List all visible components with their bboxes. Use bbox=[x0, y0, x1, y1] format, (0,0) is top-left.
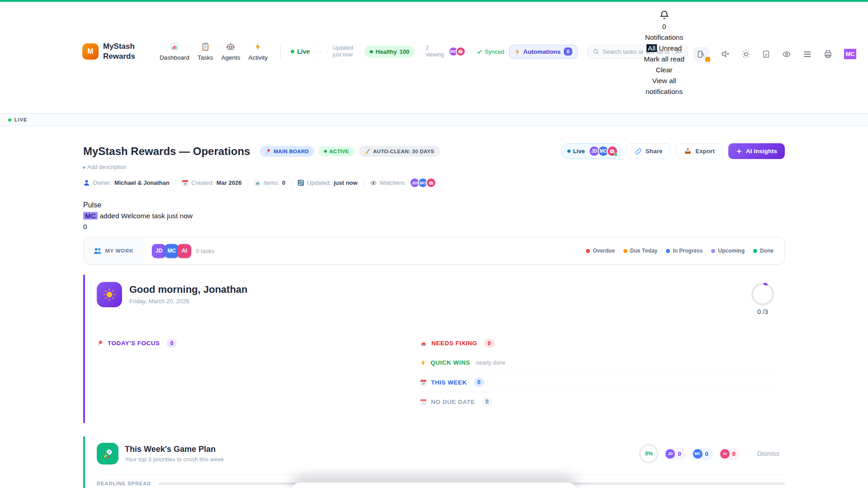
bell-icon[interactable] bbox=[660, 10, 669, 20]
game-plan-card: This Week's Game Plan Your top 3 priorit… bbox=[83, 436, 785, 488]
robot-avatar[interactable] bbox=[456, 47, 466, 56]
theme-button[interactable] bbox=[741, 50, 750, 59]
actor-chip: MC bbox=[83, 212, 98, 220]
needs-fixing-section[interactable]: NEEDS FIXING 0 bbox=[420, 333, 778, 353]
mute-button[interactable] bbox=[721, 49, 730, 59]
assignee-pill[interactable]: AI 0 bbox=[718, 448, 740, 460]
robot-avatar[interactable] bbox=[426, 178, 436, 188]
viewing-count: 2 viewing bbox=[426, 45, 444, 58]
clipboard-icon bbox=[202, 42, 209, 53]
greeting-date: Friday, March 20, 2026 bbox=[129, 298, 248, 305]
count-badge: 0 bbox=[484, 339, 495, 348]
my-work-task-count: 0 tasks bbox=[196, 248, 214, 254]
main-nav: Dashboard Tasks Agents Activity bbox=[160, 42, 268, 61]
count-badge: 0 bbox=[474, 378, 484, 387]
avatar[interactable]: JD bbox=[152, 244, 166, 258]
watchers-meta: Watchers: JD MC bbox=[370, 178, 436, 188]
todays-focus-section[interactable]: TODAY'S FOCUS 0 bbox=[97, 333, 420, 353]
docs-button[interactable] bbox=[762, 50, 770, 59]
nav-item-tasks[interactable]: Tasks bbox=[198, 42, 213, 61]
board-main: MyStash Rewards — Operations MAIN BOARD … bbox=[83, 143, 785, 488]
clear-button[interactable]: Clear bbox=[636, 65, 693, 75]
this-week-section[interactable]: 17 THIS WEEK 0 bbox=[420, 372, 778, 392]
live-status: Live bbox=[291, 48, 310, 55]
filter-all[interactable]: All bbox=[646, 44, 657, 52]
no-due-date-section[interactable]: 17 NO DUE DATE 0 bbox=[420, 392, 778, 411]
deadline-label: DEADLINE SPREAD bbox=[97, 481, 151, 486]
time-placeholder: - - : - - bbox=[314, 45, 322, 58]
notifications-count: 0 bbox=[636, 21, 693, 32]
my-work-label: MY WORK bbox=[84, 237, 144, 264]
mark-all-read-button[interactable]: Mark all read bbox=[636, 54, 693, 65]
items-meta: Items: 0 bbox=[254, 179, 286, 186]
board-meta: Owner: Michael & Jonathan 17 Created: Ma… bbox=[83, 178, 785, 188]
legend-in-progress: In Progress bbox=[666, 248, 703, 254]
dismiss-button[interactable]: Dismiss bbox=[757, 450, 779, 457]
watcher-avatars: JD MC bbox=[410, 178, 436, 188]
count-badge: 0 bbox=[482, 397, 492, 406]
pushpin-icon bbox=[97, 340, 104, 347]
export-button[interactable]: Export bbox=[676, 143, 723, 159]
quick-wins-section[interactable]: QUICK WINS nearly done bbox=[420, 353, 778, 372]
main-board-badge: MAIN BOARD bbox=[260, 146, 314, 157]
avatar[interactable]: MC bbox=[165, 244, 179, 258]
link-icon bbox=[635, 148, 642, 155]
view-all-notifications-link[interactable]: View all notifications bbox=[636, 75, 693, 97]
nav-item-dashboard[interactable]: Dashboard bbox=[160, 42, 189, 61]
assignee-pill[interactable]: MC 0 bbox=[691, 448, 713, 460]
sun-icon bbox=[97, 282, 122, 307]
eye-icon bbox=[370, 180, 377, 186]
live-bar: LIVE bbox=[0, 113, 868, 126]
updated-status: Updated just now bbox=[333, 45, 353, 58]
pushpin-icon bbox=[265, 148, 271, 155]
owner-meta: Owner: Michael & Jonathan bbox=[83, 179, 170, 186]
watch-button[interactable] bbox=[782, 50, 792, 59]
pulse-feed: Pulse MC added Welcome task just now 0 bbox=[83, 200, 785, 232]
add-description-toggle[interactable]: ▸ Add description bbox=[83, 164, 785, 170]
my-work-avatars: JD MC AI bbox=[152, 244, 191, 258]
legend-due-today: Due Today bbox=[623, 248, 657, 254]
expand-icon: ▸ bbox=[83, 164, 86, 170]
menu-button[interactable] bbox=[803, 51, 812, 58]
rocket-icon bbox=[97, 443, 118, 465]
calendar-icon: 17 bbox=[420, 399, 427, 405]
ai-insights-button[interactable]: AI Insights bbox=[728, 143, 785, 159]
lightning-icon bbox=[420, 359, 426, 366]
app-title: MyStash Rewards bbox=[103, 42, 135, 61]
game-plan-subtitle: Your top 3 priorities to crush this week bbox=[125, 456, 224, 463]
nav-item-agents[interactable]: Agents bbox=[221, 42, 240, 61]
print-button[interactable] bbox=[823, 50, 833, 59]
refresh-icon bbox=[297, 179, 304, 186]
app-header: M MyStash Rewards Dashboard Tasks Agents… bbox=[0, 2, 868, 113]
header-divider bbox=[280, 44, 281, 59]
robot-avatar[interactable] bbox=[607, 145, 618, 157]
completion-percent: 0% bbox=[639, 444, 658, 463]
filter-unread[interactable]: Unread bbox=[659, 44, 682, 52]
nav-item-activity[interactable]: Activity bbox=[248, 42, 268, 61]
presence-avatars: JD MC bbox=[589, 145, 618, 157]
printer-icon bbox=[823, 50, 833, 59]
auto-clean-badge: AUTO-CLEAN: 30 DAYS bbox=[359, 146, 439, 157]
document-icon bbox=[762, 50, 770, 59]
svg-text:17: 17 bbox=[422, 401, 425, 404]
progress-ring bbox=[750, 282, 775, 306]
count-badge: 0 bbox=[166, 339, 177, 348]
live-presence-pill: Live JD MC bbox=[561, 143, 621, 159]
assignee-pill[interactable]: JD 0 bbox=[664, 448, 685, 460]
check-icon bbox=[476, 49, 482, 55]
viewer-avatars[interactable]: MC bbox=[448, 47, 466, 56]
user-avatar[interactable]: MC bbox=[844, 49, 856, 59]
focus-progress: 0 /3 bbox=[750, 282, 775, 315]
sun-icon bbox=[741, 50, 750, 59]
app-logo[interactable]: M MyStash Rewards bbox=[82, 42, 135, 61]
game-plan-title: This Week's Game Plan bbox=[125, 445, 224, 454]
health-badge: Healthy 100 bbox=[364, 46, 415, 58]
legend-overdue: Overdue bbox=[586, 248, 615, 254]
active-badge: ACTIVE bbox=[319, 146, 354, 156]
automations-button[interactable]: Automations 0 bbox=[509, 45, 578, 59]
avatar[interactable]: AI bbox=[177, 244, 191, 258]
calendar-icon: 17 bbox=[420, 379, 427, 386]
share-button[interactable]: Share bbox=[627, 143, 671, 159]
lightning-icon bbox=[514, 48, 520, 55]
reader-panel-button[interactable] bbox=[693, 47, 709, 61]
